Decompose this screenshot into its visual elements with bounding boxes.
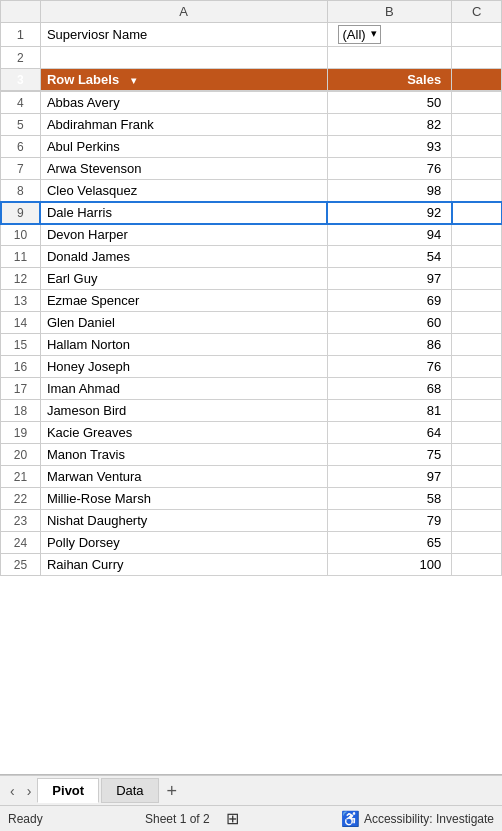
table-row[interactable]: 14Glen Daniel60 <box>1 312 502 334</box>
sales-cell: 98 <box>327 180 452 202</box>
table-row[interactable]: 5Abdirahman Frank82 <box>1 114 502 136</box>
table-row[interactable]: 7Arwa Stevenson76 <box>1 158 502 180</box>
col-c-cell <box>452 510 502 532</box>
table-row[interactable]: 18Jameson Bird81 <box>1 400 502 422</box>
name-cell: Arwa Stevenson <box>40 158 327 180</box>
table-row[interactable]: 19Kacie Greaves64 <box>1 422 502 444</box>
row-num-19: 19 <box>1 422 41 444</box>
tab-pivot[interactable]: Pivot <box>37 778 99 803</box>
supervisor-value: (All) <box>343 27 366 42</box>
col-c-cell <box>452 136 502 158</box>
tab-data[interactable]: Data <box>101 778 158 803</box>
col-header-b[interactable]: B <box>327 1 452 23</box>
row-num-23: 23 <box>1 510 41 532</box>
pivot-header-col-c <box>452 69 502 91</box>
sales-cell: 50 <box>327 92 452 114</box>
row-num-15: 15 <box>1 334 41 356</box>
col-header-c[interactable]: C <box>452 1 502 23</box>
col-c-cell <box>452 532 502 554</box>
sales-cell: 93 <box>327 136 452 158</box>
accessibility-icon: ♿ <box>341 810 360 828</box>
table-row[interactable]: 25Raihan Curry100 <box>1 554 502 576</box>
col-c-cell <box>452 466 502 488</box>
row-num-4: 4 <box>1 92 41 114</box>
col-c-cell <box>452 246 502 268</box>
col-c-cell <box>452 114 502 136</box>
col-c-cell <box>452 444 502 466</box>
supervisor-filter-row: 1 Superviosr Name (All) <box>1 23 502 47</box>
supervisor-label: Superviosr Name <box>47 27 147 42</box>
name-cell: Jameson Bird <box>40 400 327 422</box>
column-header-row: A B C <box>1 1 502 23</box>
name-cell: Nishat Daugherty <box>40 510 327 532</box>
row2-col-c <box>452 47 502 69</box>
status-accessibility[interactable]: ♿ Accessibility: Investigate <box>341 810 494 828</box>
table-row[interactable]: 4Abbas Avery50 <box>1 92 502 114</box>
name-cell: Raihan Curry <box>40 554 327 576</box>
table-row[interactable]: 22Millie-Rose Marsh58 <box>1 488 502 510</box>
name-cell: Dale Harris <box>40 202 327 224</box>
table-row[interactable]: 24Polly Dorsey65 <box>1 532 502 554</box>
sales-cell: 97 <box>327 268 452 290</box>
col-c-cell <box>452 202 502 224</box>
col-header-a[interactable]: A <box>40 1 327 23</box>
table-row[interactable]: 17Iman Ahmad68 <box>1 378 502 400</box>
row-labels-dropdown-btn[interactable]: ▾ <box>127 74 140 87</box>
row-labels-header[interactable]: Row Labels ▾ <box>40 69 327 91</box>
row1-col-c <box>452 23 502 47</box>
name-cell: Abbas Avery <box>40 92 327 114</box>
status-ready: Ready <box>8 812 43 826</box>
row-num-3: 3 <box>1 69 41 91</box>
name-cell: Polly Dorsey <box>40 532 327 554</box>
tab-prev-button[interactable]: ‹ <box>4 782 21 800</box>
sales-cell: 100 <box>327 554 452 576</box>
table-row[interactable]: 9Dale Harris92 <box>1 202 502 224</box>
table-row[interactable]: 16Honey Joseph76 <box>1 356 502 378</box>
row-num-7: 7 <box>1 158 41 180</box>
table-row[interactable]: 8Cleo Velasquez98 <box>1 180 502 202</box>
row2-col-a <box>40 47 327 69</box>
name-cell: Iman Ahmad <box>40 378 327 400</box>
col-c-cell <box>452 488 502 510</box>
row-num-11: 11 <box>1 246 41 268</box>
supervisor-dropdown[interactable]: (All) <box>338 25 381 44</box>
row-num-14: 14 <box>1 312 41 334</box>
sales-cell: 68 <box>327 378 452 400</box>
name-cell: Hallam Norton <box>40 334 327 356</box>
add-sheet-button[interactable]: + <box>161 782 184 800</box>
col-c-cell <box>452 378 502 400</box>
col-c-cell <box>452 92 502 114</box>
table-row[interactable]: 12Earl Guy97 <box>1 268 502 290</box>
tab-next-button[interactable]: › <box>21 782 38 800</box>
col-c-cell <box>452 180 502 202</box>
supervisor-value-cell[interactable]: (All) <box>327 23 452 47</box>
sales-cell: 65 <box>327 532 452 554</box>
sales-cell: 54 <box>327 246 452 268</box>
name-cell: Abdirahman Frank <box>40 114 327 136</box>
sales-cell: 58 <box>327 488 452 510</box>
table-row[interactable]: 21Marwan Ventura97 <box>1 466 502 488</box>
row-num-17: 17 <box>1 378 41 400</box>
table-row[interactable]: 20Manon Travis75 <box>1 444 502 466</box>
col-c-cell <box>452 290 502 312</box>
row-num-8: 8 <box>1 180 41 202</box>
row-num-9: 9 <box>1 202 41 224</box>
row2-col-b <box>327 47 452 69</box>
col-c-cell <box>452 422 502 444</box>
col-c-cell <box>452 224 502 246</box>
col-c-cell <box>452 312 502 334</box>
sales-cell: 92 <box>327 202 452 224</box>
table-row[interactable]: 11Donald James54 <box>1 246 502 268</box>
row-num-2: 2 <box>1 47 41 69</box>
table-row[interactable]: 13Ezmae Spencer69 <box>1 290 502 312</box>
row-num-18: 18 <box>1 400 41 422</box>
table-row[interactable]: 6Abul Perkins93 <box>1 136 502 158</box>
col-c-cell <box>452 554 502 576</box>
col-c-cell <box>452 268 502 290</box>
table-row[interactable]: 15Hallam Norton86 <box>1 334 502 356</box>
table-row[interactable]: 10Devon Harper94 <box>1 224 502 246</box>
sales-cell: 79 <box>327 510 452 532</box>
table-row[interactable]: 23Nishat Daugherty79 <box>1 510 502 532</box>
tab-data-label: Data <box>116 783 143 798</box>
col-c-cell <box>452 158 502 180</box>
